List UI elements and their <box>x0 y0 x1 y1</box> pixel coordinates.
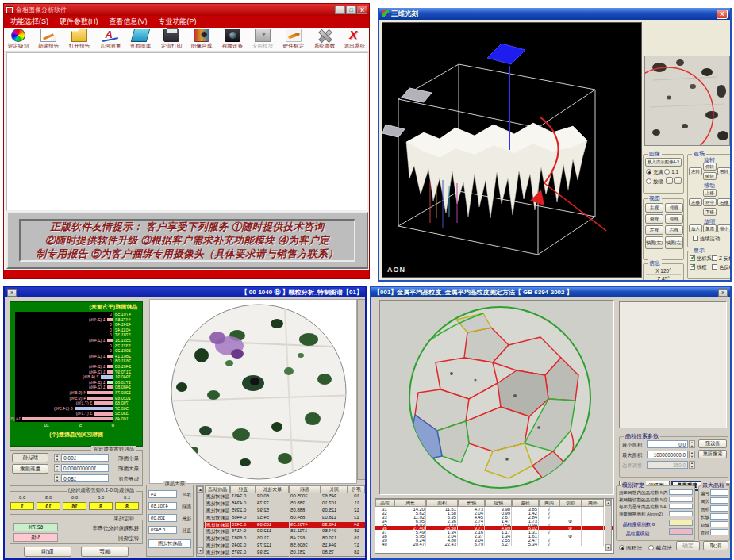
table-row[interactable]: 12125.09888.0552.920.2395晶粒对比图 <box>197 508 365 515</box>
rating-field[interactable] <box>669 489 693 495</box>
rating-field[interactable] <box>669 497 693 502</box>
menu-item[interactable]: 专业功能(P) <box>159 17 197 27</box>
column-header[interactable]: 面积 <box>289 485 321 493</box>
column-header[interactable]: 序号 <box>348 485 365 493</box>
display-check-0[interactable]: 坐标系 <box>690 255 712 263</box>
scroll-down-icon[interactable]: ▼ <box>198 547 203 554</box>
column-header[interactable]: 晶粒 <box>375 499 394 507</box>
column-header[interactable]: 切割 <box>559 499 582 507</box>
move-down-button[interactable]: 下移 <box>703 208 717 216</box>
param-field[interactable]: 0.0 <box>647 440 688 448</box>
micrograph-preview[interactable] <box>644 56 730 146</box>
table-row[interactable]: 13118.03884.0854.520.4468晶粒对比图 <box>197 515 365 522</box>
research-button[interactable]: 重新搜索 <box>12 464 48 474</box>
move-left-button[interactable]: 左移 <box>689 198 702 206</box>
toolbar-button[interactable]: 退出系统 <box>342 29 367 50</box>
table-scrollbar[interactable]: ▲▼ <box>605 499 612 551</box>
view-7-button[interactable]: 轴测(右) <box>665 236 683 249</box>
view-2-button[interactable]: 俯视 <box>645 214 663 224</box>
grain-image-panel[interactable] <box>379 300 614 495</box>
spinner[interactable] <box>689 451 695 458</box>
toolbar-button[interactable]: 几何测量 <box>98 29 123 50</box>
rotate-right-button[interactable]: 右转 <box>717 167 731 175</box>
toolbar-button[interactable]: 硬件标定 <box>281 29 306 50</box>
rotate-left-button[interactable]: 左转 <box>689 167 702 175</box>
minimize-button[interactable]: _ <box>335 6 345 14</box>
view-3-button[interactable]: 仰视 <box>665 214 683 224</box>
load-demo-image-button[interactable]: 载入演示图像4-3 <box>645 158 682 167</box>
default-button[interactable]: 默认值 <box>12 453 48 462</box>
close-button[interactable]: X <box>357 6 367 14</box>
table-scrollbar[interactable]: ▲▼ <box>197 485 204 554</box>
table-row[interactable]: 16130.08627.4831.050.6987晶粒对比图 <box>197 535 365 543</box>
particle-grain-table[interactable]: 序号周长面积最大弦长直径晶粒状态10345.622005.0060.030.34… <box>196 485 366 557</box>
column-header[interactable]: 短轴 <box>485 499 512 507</box>
compare-image-button[interactable]: 晶粒对比图 <box>148 539 191 548</box>
ok-button[interactable]: 确定 <box>81 547 129 557</box>
column-header[interactable]: 网内 <box>539 499 559 507</box>
research-button[interactable]: 重新搜索 <box>698 450 727 458</box>
table-row[interactable]: 1875.80281.0525.930.3975晶粒对比图 <box>197 550 365 557</box>
table-row[interactable]: 10345.622005.0060.030.3451晶粒对比图 <box>197 493 365 501</box>
column-header[interactable]: 直径 <box>230 485 256 493</box>
column-header[interactable]: 周长 <box>321 485 348 493</box>
toolbar-button[interactable]: 评定级别 <box>6 29 31 50</box>
menu-item[interactable]: 查看信息(V) <box>110 17 148 27</box>
cancel-button[interactable]: 取消 <box>24 547 71 557</box>
menu-item[interactable]: 硬件参数(H) <box>60 17 98 27</box>
spinner[interactable] <box>54 474 60 482</box>
toolbar-button[interactable]: 定倍打印 <box>159 29 184 50</box>
spinner[interactable] <box>54 464 60 472</box>
toolbar-button[interactable]: 打开报告 <box>67 29 92 50</box>
close-icon[interactable]: x <box>718 289 728 297</box>
preset-button[interactable]: 预设值 <box>698 439 727 448</box>
view-4-button[interactable]: 左视 <box>645 225 663 235</box>
viewport-3d[interactable]: AON <box>382 22 642 278</box>
table-row[interactable]: 17344.153606.58122.730.3049晶粒对比图 <box>197 543 365 550</box>
zoom-in-button[interactable]: 放大 <box>689 224 702 232</box>
view-0-button[interactable]: 主视 <box>645 203 663 213</box>
rotate-up-button[interactable]: 仰转 <box>703 163 717 171</box>
column-header[interactable]: 直径 <box>512 499 539 507</box>
param-field[interactable]: 1000000000.0 <box>61 464 109 472</box>
zoom-tool-button2[interactable] <box>674 177 682 184</box>
image-scrollbar[interactable] <box>357 299 367 480</box>
toolbar-button[interactable]: 系统参数 <box>312 29 337 50</box>
display-check-2[interactable]: 线框 <box>690 264 707 271</box>
rotate-down-button[interactable]: 俯转 <box>703 172 717 180</box>
view-5-button[interactable]: 右视 <box>665 225 683 235</box>
toolbar-button[interactable]: 查看图库 <box>128 29 153 50</box>
column-header[interactable]: 长轴 <box>458 499 485 507</box>
close-icon[interactable]: x <box>7 289 17 297</box>
toolbar-button[interactable]: 视频设备 <box>220 29 245 50</box>
scroll-up-icon[interactable]: ▲ <box>605 500 611 506</box>
rating-field[interactable] <box>669 511 693 516</box>
table-row[interactable]: 11107.10388.0533.740.4348晶粒对比图 <box>197 501 365 508</box>
move-up-button[interactable]: 上移 <box>703 189 717 197</box>
menu-item[interactable]: 功能选择(S) <box>10 17 48 27</box>
zoom-tool-button[interactable] <box>666 177 673 184</box>
cancel-button[interactable]: 取消 <box>711 281 732 282</box>
param-field[interactable]: 180.0 <box>61 474 109 482</box>
column-header[interactable]: 周长 <box>394 499 426 507</box>
move-right-button[interactable]: 右移 <box>717 198 731 206</box>
param-field[interactable]: 1000000000.0 <box>647 451 688 458</box>
close-icon[interactable]: X <box>717 10 728 19</box>
ok-button[interactable]: 确定 <box>689 281 709 282</box>
view-6-button[interactable]: 轴测(左) <box>645 236 663 249</box>
display-check-1[interactable]: Z 反相 <box>712 255 732 263</box>
method-radio[interactable]: 截点法 <box>648 545 671 550</box>
spinner[interactable] <box>689 440 695 448</box>
zoom-reset-button[interactable]: 复原 <box>703 224 717 232</box>
fit-radio[interactable]: 充满 1:1 <box>646 169 678 176</box>
column-header[interactable]: 最大弦长 <box>256 485 289 493</box>
ok-button[interactable]: 确定 <box>676 541 700 550</box>
zoom-radio[interactable]: 放缩 <box>646 178 663 186</box>
column-header[interactable]: 面积 <box>426 499 458 507</box>
display-check-3[interactable]: 色反相 <box>712 264 732 271</box>
maximize-button[interactable]: □ <box>346 6 356 14</box>
spinner[interactable] <box>54 454 60 462</box>
table-row[interactable]: 14148.304701.59105.090.5420晶粒对比图 <box>197 522 365 529</box>
cancel-button[interactable]: 取消 <box>703 541 728 550</box>
column-header[interactable]: 晶粒状态 <box>205 485 230 493</box>
